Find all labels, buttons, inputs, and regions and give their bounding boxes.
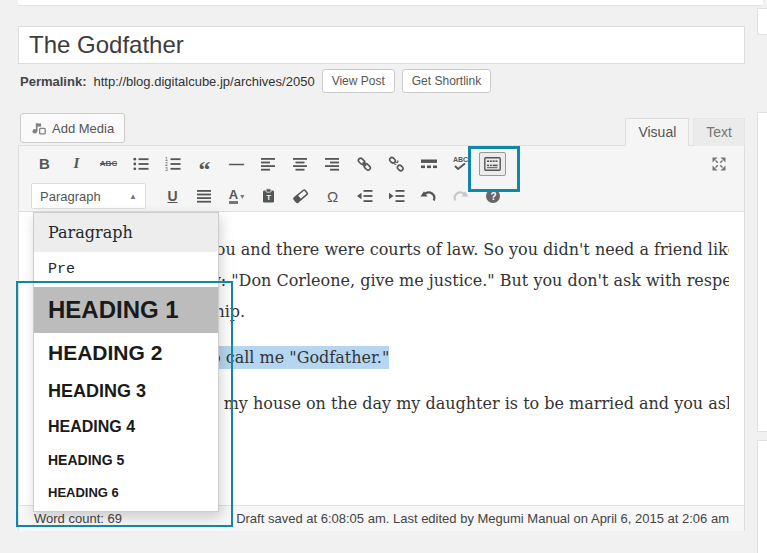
omega-icon: Ω bbox=[327, 188, 338, 205]
sidebar-metabox-edge bbox=[757, 8, 767, 35]
chevron-down-icon: ▾ bbox=[240, 192, 244, 201]
post-title-input[interactable] bbox=[18, 26, 745, 64]
sidebar-metabox-edge bbox=[757, 112, 767, 432]
blockquote-button[interactable]: “ bbox=[191, 152, 218, 176]
text-color-icon: A bbox=[229, 188, 238, 204]
spellcheck-button[interactable]: ABC bbox=[447, 152, 474, 176]
italic-button[interactable]: I bbox=[63, 152, 90, 176]
justify-button[interactable] bbox=[191, 184, 218, 208]
eraser-icon bbox=[292, 188, 309, 204]
redo-button[interactable] bbox=[447, 184, 474, 208]
align-right-icon bbox=[325, 157, 340, 171]
spellcheck-icon: ABC bbox=[453, 157, 468, 170]
more-tag-icon bbox=[421, 158, 437, 170]
format-option-heading4[interactable]: HEADING 4 bbox=[34, 410, 218, 444]
more-tag-button[interactable] bbox=[415, 152, 442, 176]
format-option-paragraph[interactable]: Paragraph bbox=[34, 213, 218, 252]
numbered-list-button[interactable]: 1 2 3 bbox=[159, 152, 186, 176]
format-option-heading6[interactable]: HEADING 6 bbox=[34, 476, 218, 511]
unlink-button[interactable] bbox=[383, 152, 410, 176]
editor-mode-tabs: Visual Text bbox=[625, 118, 745, 146]
redo-icon bbox=[452, 189, 469, 203]
toolbar-row-1: B I ABC 1 2 3 “ — bbox=[31, 146, 732, 181]
undo-icon bbox=[420, 189, 437, 203]
fullscreen-icon bbox=[711, 156, 727, 172]
align-center-button[interactable] bbox=[287, 152, 314, 176]
remove-format-button[interactable] bbox=[287, 184, 314, 208]
permalink-url[interactable]: http://blog.digitalcube.jp/archives/2050 bbox=[93, 74, 314, 89]
bold-icon: B bbox=[39, 155, 50, 172]
bullet-list-button[interactable] bbox=[127, 152, 154, 176]
tab-visual[interactable]: Visual bbox=[625, 118, 689, 146]
format-dropdown-menu: Paragraph Pre HEADING 1 HEADING 2 HEADIN… bbox=[33, 212, 219, 512]
add-media-button[interactable]: Add Media bbox=[20, 113, 125, 143]
format-option-heading3[interactable]: HEADING 3 bbox=[34, 373, 218, 410]
italic-icon: I bbox=[74, 155, 80, 172]
view-post-button[interactable]: View Post bbox=[322, 69, 395, 93]
svg-text:?: ? bbox=[490, 191, 496, 202]
indent-icon bbox=[389, 189, 405, 203]
blockquote-icon: “ bbox=[199, 164, 211, 174]
special-char-button[interactable]: Ω bbox=[319, 184, 346, 208]
toolbar-toggle-button[interactable] bbox=[479, 152, 506, 176]
paste-as-text-button[interactable]: T bbox=[255, 184, 282, 208]
paste-text-icon: T bbox=[261, 188, 276, 204]
horizontal-rule-icon: — bbox=[229, 155, 244, 172]
chevron-up-icon: ▲ bbox=[129, 192, 137, 201]
numbered-list-icon: 1 2 3 bbox=[165, 157, 181, 171]
outdent-button[interactable] bbox=[351, 184, 378, 208]
editor-toolbar: B I ABC 1 2 3 “ — bbox=[19, 146, 744, 212]
format-option-pre[interactable]: Pre bbox=[34, 252, 218, 287]
toolbar-row-2: Paragraph ▲ U A ▾ T bbox=[31, 181, 732, 211]
word-count-label: Word count: bbox=[34, 511, 104, 526]
strikethrough-button[interactable]: ABC bbox=[95, 152, 122, 176]
text-color-button[interactable]: A ▾ bbox=[223, 184, 250, 208]
align-center-icon bbox=[293, 157, 308, 171]
format-select-value: Paragraph bbox=[40, 189, 101, 204]
svg-text:T: T bbox=[266, 193, 271, 202]
align-left-button[interactable] bbox=[255, 152, 282, 176]
strikethrough-icon: ABC bbox=[100, 159, 117, 168]
justify-icon bbox=[197, 189, 212, 203]
add-media-label: Add Media bbox=[52, 121, 114, 136]
format-select[interactable]: Paragraph ▲ bbox=[31, 183, 146, 209]
save-status: Draft saved at 6:08:05 am. Last edited b… bbox=[236, 511, 729, 526]
help-icon: ? bbox=[485, 188, 501, 204]
undo-button[interactable] bbox=[415, 184, 442, 208]
tab-text[interactable]: Text bbox=[693, 118, 745, 146]
get-shortlink-button[interactable]: Get Shortlink bbox=[402, 69, 491, 93]
format-option-heading1[interactable]: HEADING 1 bbox=[34, 287, 218, 333]
horizontal-rule-button[interactable]: — bbox=[223, 152, 250, 176]
insert-link-button[interactable] bbox=[351, 152, 378, 176]
outdent-icon bbox=[357, 189, 373, 203]
sidebar-metabox-edge bbox=[757, 440, 767, 553]
align-right-button[interactable] bbox=[319, 152, 346, 176]
metabox-bottom-edge bbox=[18, 0, 763, 6]
word-count-value: 69 bbox=[107, 511, 121, 526]
svg-text:3: 3 bbox=[165, 166, 168, 171]
underline-button[interactable]: U bbox=[159, 184, 186, 208]
underline-icon: U bbox=[167, 188, 177, 204]
media-icon bbox=[31, 121, 46, 135]
align-left-icon bbox=[261, 157, 276, 171]
permalink-row: Permalink: http://blog.digitalcube.jp/ar… bbox=[20, 68, 491, 94]
help-button[interactable]: ? bbox=[479, 184, 506, 208]
format-option-heading5[interactable]: HEADING 5 bbox=[34, 444, 218, 476]
unlink-icon bbox=[388, 156, 405, 172]
format-option-heading2[interactable]: HEADING 2 bbox=[34, 333, 218, 373]
bold-button[interactable]: B bbox=[31, 152, 58, 176]
indent-button[interactable] bbox=[383, 184, 410, 208]
fullscreen-button[interactable] bbox=[705, 152, 732, 176]
permalink-label: Permalink: bbox=[20, 74, 86, 89]
word-count: Word count: 69 bbox=[34, 511, 122, 526]
bullet-list-icon bbox=[133, 157, 149, 171]
link-icon bbox=[356, 156, 373, 172]
kitchen-sink-icon bbox=[484, 157, 501, 171]
